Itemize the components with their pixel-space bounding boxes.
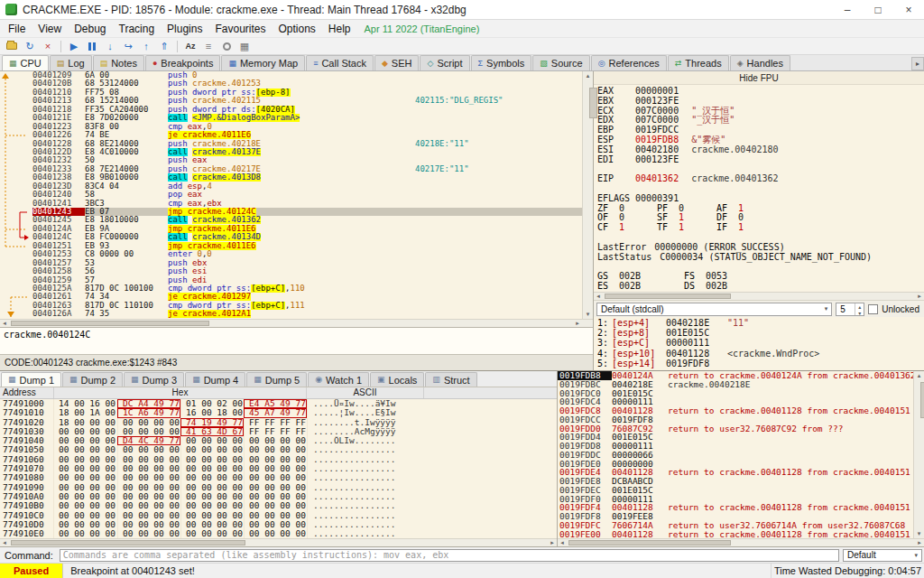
stack-row[interactable]: 0019FDE400401128return to crackme.004011…: [558, 468, 913, 477]
disasm-row[interactable]: 0040125856push esi: [0, 267, 582, 275]
disasm-row[interactable]: 0040125753push ebx: [0, 259, 582, 267]
disasm-row[interactable]: 00401210FF75 08push dword ptr ss:[ebp-8]: [0, 89, 582, 97]
stack-row[interactable]: 0019FDF400401128return to crackme.004011…: [558, 503, 913, 512]
hide-fpu-button[interactable]: Hide FPU: [594, 71, 924, 85]
dump-tab-watch-1[interactable]: ◉Watch 1: [308, 372, 369, 387]
disasm-row[interactable]: 0040124058pop eax: [0, 191, 582, 199]
stack-hscrollbar[interactable]: ◂ ▸: [558, 538, 924, 546]
tab-call-stack[interactable]: ≡Call Stack: [306, 55, 374, 70]
dump-ascii-header[interactable]: ASCII: [307, 387, 424, 398]
disasm-row[interactable]: 0040122DE8 4C010000call crackme.40137E: [0, 148, 582, 156]
dump-row[interactable]: 774910E000 00 00 0000 00 00 0000 00 00 0…: [0, 529, 557, 538]
argument-count-stepper[interactable]: 5 ▴▾: [836, 303, 864, 316]
disasm-row[interactable]: 0040123D83C4 04add esp,4: [0, 182, 582, 191]
stack-row[interactable]: 0019FDC400000111: [558, 397, 913, 406]
argument-row[interactable]: 2:[esp+8]001E015C: [597, 328, 920, 338]
registers-hscrollbar[interactable]: ◂ ▸: [594, 292, 924, 300]
disasm-row[interactable]: 00401253C8 0000 00enter 0,0: [0, 250, 582, 258]
scroll-thumb[interactable]: [11, 540, 245, 545]
scroll-track[interactable]: [603, 293, 915, 300]
stack-row[interactable]: 0019FDB80040124Areturn to crackme.004012…: [558, 371, 913, 380]
argument-row[interactable]: 5:[esp+14]0019FDF8: [597, 359, 920, 368]
scroll-down-button[interactable]: ▾: [914, 529, 924, 538]
scroll-right-button[interactable]: ▸: [915, 293, 924, 300]
argument-row[interactable]: 1:[esp+4]0040218E"11": [597, 318, 920, 328]
dump-view[interactable]: 7749100014 00 16 00DC A4 49 7701 00 02 0…: [0, 399, 557, 538]
az-highlight-icon[interactable]: Az: [182, 39, 199, 53]
scroll-left-button[interactable]: ◂: [0, 539, 9, 546]
disasm-row[interactable]: 0040125A817D 0C 100100cmp dword ptr ss:[…: [0, 284, 582, 293]
arguments-view[interactable]: 1:[esp+4]0040218E"11"2:[esp+8]001E015C3:…: [594, 317, 924, 370]
command-script-select[interactable]: Default ▾: [843, 549, 922, 562]
open-file-icon[interactable]: [4, 39, 20, 53]
disasm-row[interactable]: 004012096A 00push 0: [0, 71, 582, 79]
disasm-row[interactable]: 00401263817D 0C 110100cmp dword ptr ss:[…: [0, 302, 582, 310]
menu-view[interactable]: View: [32, 20, 68, 37]
scroll-left-button[interactable]: ◂: [594, 293, 603, 300]
scroll-left-button[interactable]: ◂: [0, 320, 9, 327]
stack-row[interactable]: 0019FDE000000000: [558, 460, 913, 469]
menu-help[interactable]: Help: [322, 20, 357, 37]
stack-row[interactable]: 0019FDC0001E015C: [558, 389, 913, 398]
scroll-right-button[interactable]: ▸: [548, 539, 557, 546]
stack-row[interactable]: 0019FDF000000111: [558, 495, 913, 504]
disasm-row[interactable]: 0040122383F8 00cmp eax,0: [0, 123, 582, 131]
disassembly-view[interactable]: 004012096A 00push 00040120B68 53124000pu…: [0, 71, 582, 319]
disasm-row[interactable]: 0040122868 8E214000push crackme.40218E40…: [0, 140, 582, 148]
scroll-thumb[interactable]: [568, 540, 731, 545]
stack-row[interactable]: 0019FDCC0019FDF8: [558, 415, 913, 424]
menu-plugins[interactable]: Plugins: [161, 20, 208, 37]
stack-row[interactable]: 0019FDF80019FEE8: [558, 512, 913, 521]
stack-row[interactable]: 0019FDBC0040218Ecrackme.0040218E: [558, 380, 913, 389]
dump-tab-dump-4[interactable]: ▦Dump 4: [185, 372, 245, 387]
maximize-button[interactable]: □: [863, 0, 893, 20]
scroll-thumb[interactable]: [605, 294, 731, 299]
scroll-down-button[interactable]: ▾: [583, 310, 593, 319]
disasm-row[interactable]: 00401238E8 9B010000call crackme.4013D8: [0, 173, 582, 182]
disasm-row[interactable]: 0040120B68 53124000push crackme.401253: [0, 79, 582, 88]
scroll-thumb[interactable]: [920, 382, 924, 418]
stack-row[interactable]: 0019FDD4001E015C: [558, 433, 913, 442]
scroll-thumb[interactable]: [589, 88, 597, 118]
command-input[interactable]: [60, 549, 839, 562]
disasm-row[interactable]: 0040124CE8 FC000000call crackme.40134D: [0, 233, 582, 241]
disasm-row[interactable]: 0040121368 15214000push crackme.40211540…: [0, 97, 582, 105]
tab-cpu[interactable]: ▦CPU: [2, 55, 49, 70]
stack-row[interactable]: 0019FDDC00000066: [558, 451, 913, 460]
stack-row[interactable]: 0019FDD076087C92return to user32.76087C9…: [558, 424, 913, 434]
stack-row[interactable]: 0019FDFC7606714Areturn to user32.7606714…: [558, 521, 913, 530]
step-into-icon[interactable]: ↓: [102, 39, 118, 53]
stack-view[interactable]: 0019FDB80040124Areturn to crackme.004012…: [558, 371, 913, 538]
stack-row[interactable]: 0019FDEC001E015C: [558, 486, 913, 495]
disasm-row[interactable]: 0040122674 BEje crackme.4011E6: [0, 131, 582, 139]
spinner-down-icon[interactable]: ▾: [855, 310, 864, 316]
scroll-track[interactable]: [9, 539, 548, 546]
execute-till-return-icon[interactable]: ⇑: [156, 39, 172, 53]
menu-file[interactable]: File: [2, 20, 32, 37]
dump-hex-header[interactable]: Hex: [54, 387, 307, 398]
registers-view[interactable]: EAX00000001EBX000123FEECX007C0000"_汉于恒"E…: [594, 85, 924, 292]
disasm-row[interactable]: 0040124AEB 9Ajmp crackme.4011E6: [0, 225, 582, 233]
disasm-row[interactable]: 00401218FF35 CA204000push dword ptr ds:[…: [0, 106, 582, 114]
scroll-up-button[interactable]: ▴: [914, 371, 924, 380]
tab-symbols[interactable]: ΣSymbols: [471, 55, 532, 70]
scroll-thumb[interactable]: [11, 321, 209, 326]
dump-tab-dump-3[interactable]: ▦Dump 3: [124, 372, 184, 387]
disasm-row[interactable]: 0040126174 34je crackme.401297: [0, 293, 582, 301]
disassembly-vscrollbar[interactable]: ▴ ▾: [582, 71, 593, 319]
disassembly-hscrollbar[interactable]: ◂ ▸: [0, 319, 582, 327]
stack-row[interactable]: 0019FE0000401128return to crackme.004011…: [558, 530, 913, 539]
disasm-row[interactable]: 0040123250push eax: [0, 156, 582, 164]
disasm-row[interactable]: 0040123368 7E214000push crackme.40217E40…: [0, 165, 582, 173]
step-out-icon[interactable]: ↑: [138, 39, 154, 53]
dump-address-header[interactable]: Address: [0, 387, 54, 398]
settings-gear-icon[interactable]: [218, 39, 235, 53]
spinner-up-icon[interactable]: ▴: [855, 303, 864, 310]
argument-row[interactable]: 4:[esp+10]00401128<crackme.WndProc>: [597, 349, 920, 359]
tab-references[interactable]: ◎References: [591, 55, 667, 70]
stack-vscrollbar[interactable]: ▴ ▾: [913, 371, 924, 538]
pause-icon[interactable]: [84, 39, 100, 53]
close-button[interactable]: ×: [893, 0, 924, 20]
tab-threads[interactable]: ⇄Threads: [668, 55, 729, 70]
tab-memory-map[interactable]: ▦Memory Map: [221, 55, 305, 70]
